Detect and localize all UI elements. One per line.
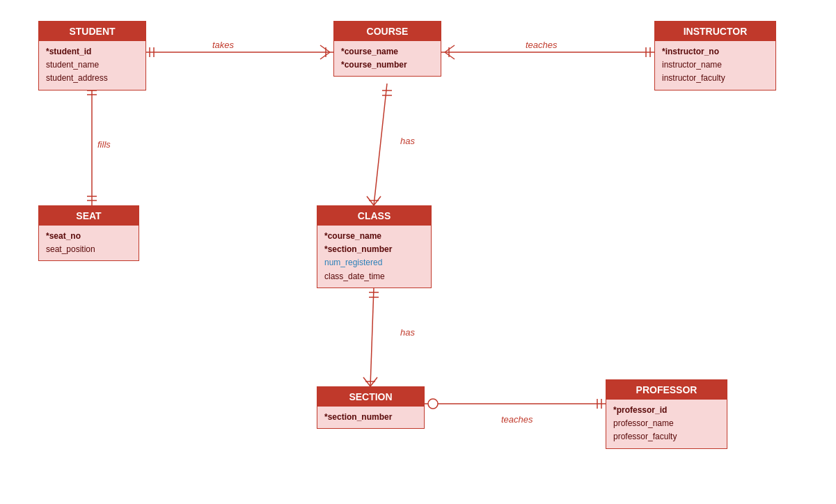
svg-line-25 — [370, 377, 377, 386]
has-course-class-label: has — [400, 136, 415, 146]
svg-line-8 — [445, 52, 455, 59]
professor-field-0: *professor_id — [613, 404, 720, 417]
seat-entity: SEAT *seat_no seat_position — [38, 205, 139, 261]
class-field-2: num_registered — [324, 256, 424, 269]
class-field-0: *course_name — [324, 230, 424, 243]
student-header: STUDENT — [39, 22, 145, 41]
professor-field-1: professor_name — [613, 417, 720, 430]
section-header: SECTION — [317, 387, 424, 407]
svg-line-24 — [363, 377, 370, 386]
student-entity: STUDENT *student_id student_name student… — [38, 21, 146, 90]
seat-field-0: *seat_no — [46, 230, 132, 243]
class-header: CLASS — [317, 206, 431, 226]
course-body: *course_name *course_number — [334, 41, 441, 76]
instructor-entity: INSTRUCTOR *instructor_no instructor_nam… — [654, 21, 776, 90]
svg-line-20 — [367, 196, 374, 205]
teaches-instructor-label: teaches — [526, 40, 558, 50]
professor-field-2: professor_faculty — [613, 430, 720, 443]
svg-line-7 — [445, 45, 455, 52]
student-field-1: student_name — [46, 58, 139, 72]
svg-point-30 — [428, 399, 438, 409]
svg-line-21 — [374, 196, 381, 205]
seat-body: *seat_no seat_position — [39, 226, 139, 260]
course-header: COURSE — [334, 22, 441, 41]
fills-label: fills — [97, 139, 111, 150]
class-field-3: class_date_time — [324, 270, 424, 283]
class-body: *course_name *section_number num_registe… — [317, 226, 431, 288]
section-entity: SECTION *section_number — [317, 386, 425, 429]
svg-line-23 — [370, 288, 374, 386]
professor-body: *professor_id professor_name professor_f… — [606, 400, 727, 448]
instructor-field-1: instructor_name — [662, 58, 768, 72]
class-field-1: *section_number — [324, 243, 424, 256]
professor-header: PROFESSOR — [606, 380, 727, 400]
student-field-0: *student_id — [46, 45, 139, 58]
takes-label: takes — [212, 40, 234, 50]
course-field-1: *course_number — [341, 58, 434, 72]
class-entity: CLASS *course_name *section_number num_r… — [317, 205, 432, 288]
seat-field-1: seat_position — [46, 243, 132, 256]
seat-header: SEAT — [39, 206, 139, 226]
diagram-container: STUDENT *student_id student_name student… — [0, 0, 836, 504]
section-body: *section_number — [317, 407, 424, 428]
instructor-field-0: *instructor_no — [662, 45, 768, 58]
instructor-header: INSTRUCTOR — [655, 22, 775, 41]
has-class-section-label: has — [400, 327, 415, 338]
svg-line-17 — [374, 84, 387, 205]
instructor-body: *instructor_no instructor_name instructo… — [655, 41, 775, 90]
course-entity: COURSE *course_name *course_number — [333, 21, 441, 77]
svg-line-4 — [320, 52, 330, 59]
course-field-0: *course_name — [341, 45, 434, 58]
teaches-professor-label: teaches — [501, 414, 533, 425]
svg-line-3 — [320, 45, 330, 52]
professor-entity: PROFESSOR *professor_id professor_name p… — [606, 379, 727, 449]
instructor-field-2: instructor_faculty — [662, 72, 768, 85]
student-body: *student_id student_name student_address — [39, 41, 145, 90]
student-field-2: student_address — [46, 72, 139, 85]
section-field-0: *section_number — [324, 411, 417, 424]
